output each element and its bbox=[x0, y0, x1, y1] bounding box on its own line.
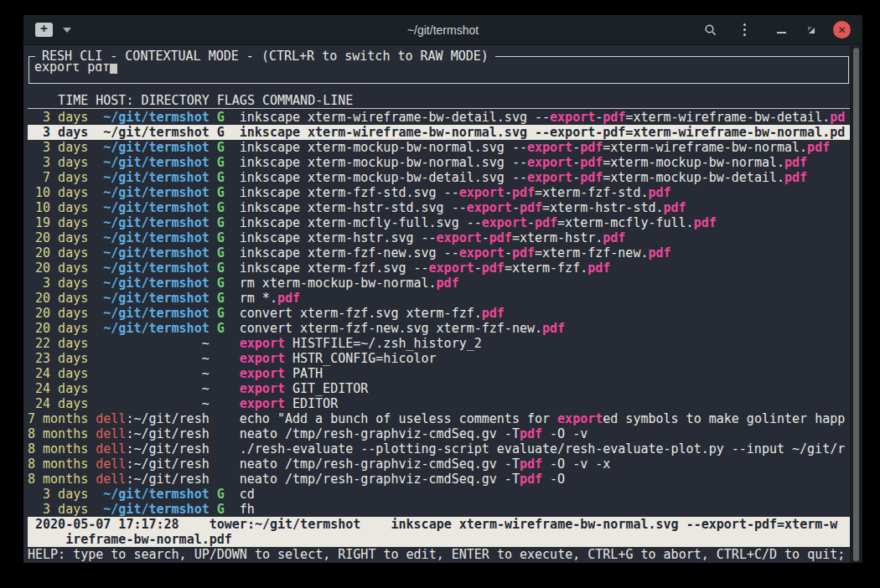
history-row[interactable]: 24 days~export PATH bbox=[28, 366, 850, 381]
chevron-down-icon[interactable] bbox=[63, 28, 71, 33]
history-row[interactable]: 3 days~/git/termshotGinkscape xterm-mock… bbox=[28, 140, 850, 155]
search-box-legend: RESH CLI - CONTEXTUAL MODE - (CTRL+R to … bbox=[35, 49, 495, 64]
history-row[interactable]: 7 days~/git/termshotGinkscape xterm-mock… bbox=[28, 170, 850, 185]
history-row[interactable]: 20 days~/git/termshotGinkscape xterm-fzf… bbox=[28, 245, 850, 260]
history-row[interactable]: 3 days~/git/termshotGinkscape xterm-wire… bbox=[28, 125, 850, 140]
minimize-icon[interactable] bbox=[773, 22, 789, 39]
history-row[interactable]: 24 days~export EDITOR bbox=[28, 396, 850, 411]
status-bar: 2020-05-07 17:17:28 tower:~/git/termshot… bbox=[28, 517, 850, 547]
status-line-2: ireframe-bw-normal.pdf bbox=[28, 532, 850, 547]
search-box: RESH CLI - CONTEXTUAL MODE - (CTRL+R to … bbox=[28, 56, 849, 84]
history-row[interactable]: 3 days~/git/termshotGfh bbox=[28, 502, 850, 517]
table-header: TIME HOST: DIRECTORY FLAGS COMMAND-LINE bbox=[28, 93, 850, 109]
scrollbar[interactable] bbox=[850, 46, 862, 563]
history-row[interactable]: 8 monthsdell:~/git/resh./resh-evaluate -… bbox=[28, 441, 850, 456]
kebab-menu-icon[interactable] bbox=[736, 22, 753, 39]
history-row[interactable]: 3 days~/git/termshotGinkscape xterm-mock… bbox=[28, 155, 850, 170]
history-row[interactable]: 20 days~/git/termshotGinkscape xterm-fzf… bbox=[28, 260, 850, 276]
restore-icon[interactable] bbox=[803, 22, 820, 39]
history-row[interactable]: 22 days~export HISTFILE=~/.zsh_history_2 bbox=[28, 336, 850, 351]
help-bar: HELP: type to search, UP/DOWN to select,… bbox=[28, 547, 850, 562]
history-row[interactable]: 23 days~export HSTR_CONFIG=hicolor bbox=[28, 351, 850, 366]
history-row[interactable]: 20 days~/git/termshotGrm *.pdf bbox=[28, 291, 850, 306]
terminal-content: RESH CLI - CONTEXTUAL MODE - (CTRL+R to … bbox=[23, 45, 862, 563]
history-list: 3 days~/git/termshotGinkscape xterm-wire… bbox=[28, 110, 850, 517]
history-row[interactable]: 3 days~/git/termshotGrm xterm-mockup-bw-… bbox=[28, 276, 850, 291]
history-row[interactable]: 10 days~/git/termshotGinkscape xterm-hst… bbox=[28, 200, 850, 215]
titlebar: ~/git/termshot bbox=[23, 15, 862, 45]
history-row[interactable]: 3 days~/git/termshotGinkscape xterm-wire… bbox=[28, 110, 850, 125]
status-line-1: 2020-05-07 17:17:28 tower:~/git/termshot… bbox=[28, 517, 850, 532]
history-row[interactable]: 8 monthsdell:~/git/reshneato /tmp/resh-g… bbox=[28, 426, 850, 441]
new-tab-icon[interactable] bbox=[35, 23, 53, 37]
history-row[interactable]: 10 days~/git/termshotGinkscape xterm-fzf… bbox=[28, 185, 850, 200]
history-row[interactable]: 20 days~/git/termshotGconvert xterm-fzf.… bbox=[28, 306, 850, 321]
scrollbar-thumb[interactable] bbox=[853, 48, 859, 561]
search-icon[interactable] bbox=[702, 22, 719, 39]
history-row[interactable]: 24 days~export GIT_EDITOR bbox=[28, 381, 850, 396]
history-row[interactable]: 8 monthsdell:~/git/reshneato /tmp/resh-g… bbox=[28, 472, 850, 487]
history-row[interactable]: 8 monthsdell:~/git/reshneato /tmp/resh-g… bbox=[28, 456, 850, 472]
history-row[interactable]: 3 days~/git/termshotGcd bbox=[28, 487, 850, 502]
history-row[interactable]: 20 days~/git/termshotGconvert xterm-fzf-… bbox=[28, 321, 850, 336]
history-row[interactable]: 19 days~/git/termshotGinkscape xterm-mcf… bbox=[28, 215, 850, 230]
history-row[interactable]: 20 days~/git/termshotGinkscape xterm-hst… bbox=[28, 230, 850, 245]
history-row[interactable]: 7 monthsdell:~/git/reshecho "Add a bunch… bbox=[28, 411, 850, 426]
terminal-window: ~/git/termshot bbox=[23, 15, 862, 563]
close-icon[interactable]: ✕ bbox=[833, 21, 851, 39]
